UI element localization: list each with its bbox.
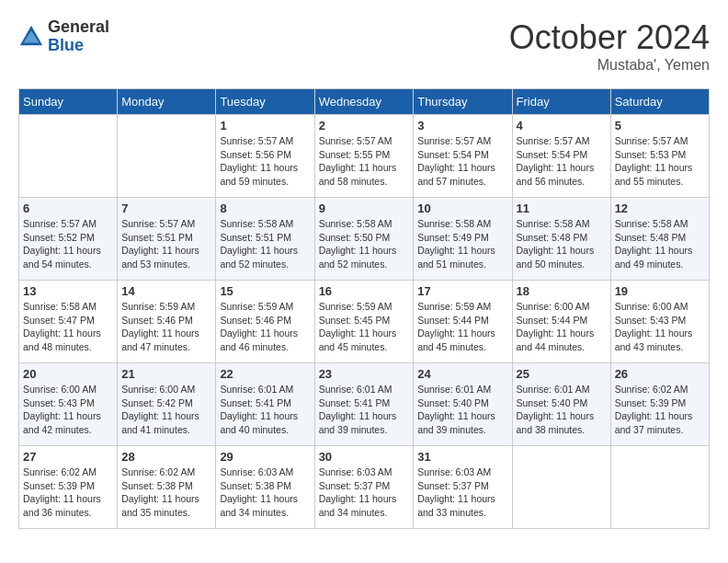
day-number: 16 — [319, 284, 410, 298]
calendar-cell: 11Sunrise: 5:58 AMSunset: 5:48 PMDayligh… — [512, 198, 610, 281]
day-number: 29 — [220, 450, 310, 464]
calendar-cell: 29Sunrise: 6:03 AMSunset: 5:38 PMDayligh… — [216, 446, 314, 529]
calendar-cell: 12Sunrise: 5:58 AMSunset: 5:48 PMDayligh… — [610, 198, 709, 281]
day-info: Sunrise: 5:59 AMSunset: 5:46 PMDaylight:… — [220, 300, 310, 354]
day-info: Sunrise: 6:01 AMSunset: 5:40 PMDaylight:… — [417, 383, 507, 437]
day-info: Sunrise: 6:01 AMSunset: 5:40 PMDaylight:… — [517, 383, 607, 437]
day-number: 11 — [517, 201, 607, 215]
day-number: 4 — [517, 119, 607, 132]
day-number: 17 — [417, 284, 507, 298]
calendar-cell: 5Sunrise: 5:57 AMSunset: 5:53 PMDaylight… — [610, 115, 709, 198]
day-info: Sunrise: 6:02 AMSunset: 5:38 PMDaylight:… — [121, 465, 211, 520]
day-number: 15 — [220, 284, 310, 298]
day-info: Sunrise: 5:57 AMSunset: 5:51 PMDaylight:… — [121, 217, 211, 271]
day-number: 25 — [517, 367, 607, 381]
day-info: Sunrise: 5:58 AMSunset: 5:50 PMDaylight:… — [319, 217, 410, 271]
day-number: 20 — [23, 367, 113, 381]
day-number: 14 — [121, 284, 211, 298]
day-info: Sunrise: 5:57 AMSunset: 5:53 PMDaylight:… — [615, 134, 705, 189]
day-info: Sunrise: 6:01 AMSunset: 5:41 PMDaylight:… — [319, 383, 410, 437]
calendar-cell — [512, 446, 610, 529]
calendar-week-row: 1Sunrise: 5:57 AMSunset: 5:56 PMDaylight… — [19, 115, 710, 198]
title-section: October 2024 Mustaba', Yemen — [509, 18, 710, 74]
month-title: October 2024 — [509, 18, 710, 57]
calendar-cell — [118, 115, 216, 198]
day-number: 8 — [220, 201, 310, 215]
day-info: Sunrise: 6:01 AMSunset: 5:41 PMDaylight:… — [220, 383, 310, 437]
calendar-cell: 9Sunrise: 5:58 AMSunset: 5:50 PMDaylight… — [314, 198, 414, 281]
calendar-cell: 31Sunrise: 6:03 AMSunset: 5:37 PMDayligh… — [414, 446, 512, 529]
day-header: Thursday — [414, 89, 512, 115]
day-number: 30 — [319, 450, 410, 464]
calendar-header: SundayMondayTuesdayWednesdayThursdayFrid… — [19, 89, 710, 115]
calendar-cell: 8Sunrise: 5:58 AMSunset: 5:51 PMDaylight… — [216, 198, 314, 281]
day-number: 26 — [615, 367, 705, 381]
day-number: 22 — [220, 367, 310, 381]
day-info: Sunrise: 6:03 AMSunset: 5:38 PMDaylight:… — [220, 465, 310, 520]
day-number: 12 — [615, 201, 705, 215]
logo-blue: Blue — [48, 37, 109, 55]
calendar-cell: 18Sunrise: 6:00 AMSunset: 5:44 PMDayligh… — [512, 281, 610, 363]
calendar-cell: 21Sunrise: 6:00 AMSunset: 5:42 PMDayligh… — [118, 363, 216, 446]
calendar-cell: 6Sunrise: 5:57 AMSunset: 5:52 PMDaylight… — [19, 198, 118, 281]
calendar-cell: 30Sunrise: 6:03 AMSunset: 5:37 PMDayligh… — [314, 446, 414, 529]
day-info: Sunrise: 5:57 AMSunset: 5:52 PMDaylight:… — [23, 217, 113, 271]
day-info: Sunrise: 5:57 AMSunset: 5:54 PMDaylight:… — [417, 134, 507, 189]
calendar-cell — [610, 446, 709, 529]
calendar-cell: 7Sunrise: 5:57 AMSunset: 5:51 PMDaylight… — [118, 198, 216, 281]
calendar-cell: 15Sunrise: 5:59 AMSunset: 5:46 PMDayligh… — [216, 281, 314, 363]
day-info: Sunrise: 6:00 AMSunset: 5:43 PMDaylight:… — [615, 300, 705, 354]
logo-text: General Blue — [48, 18, 109, 55]
calendar-cell: 1Sunrise: 5:57 AMSunset: 5:56 PMDaylight… — [216, 115, 314, 198]
calendar-cell: 28Sunrise: 6:02 AMSunset: 5:38 PMDayligh… — [118, 446, 216, 529]
day-info: Sunrise: 5:59 AMSunset: 5:46 PMDaylight:… — [121, 300, 211, 354]
day-info: Sunrise: 5:57 AMSunset: 5:54 PMDaylight:… — [517, 134, 607, 189]
day-number: 19 — [615, 284, 705, 298]
day-info: Sunrise: 6:02 AMSunset: 5:39 PMDaylight:… — [615, 383, 705, 437]
calendar-cell: 27Sunrise: 6:02 AMSunset: 5:39 PMDayligh… — [19, 446, 118, 529]
day-header: Wednesday — [314, 89, 414, 115]
day-info: Sunrise: 6:03 AMSunset: 5:37 PMDaylight:… — [417, 465, 507, 520]
logo-general: General — [48, 18, 109, 37]
calendar-cell: 13Sunrise: 5:58 AMSunset: 5:47 PMDayligh… — [19, 281, 118, 363]
day-number: 1 — [220, 119, 310, 132]
day-info: Sunrise: 6:03 AMSunset: 5:37 PMDaylight:… — [319, 465, 410, 520]
day-number: 23 — [319, 367, 410, 381]
day-info: Sunrise: 5:59 AMSunset: 5:45 PMDaylight:… — [319, 300, 410, 354]
day-number: 28 — [121, 450, 211, 464]
day-number: 21 — [121, 367, 211, 381]
calendar-cell: 23Sunrise: 6:01 AMSunset: 5:41 PMDayligh… — [314, 363, 414, 446]
day-info: Sunrise: 5:58 AMSunset: 5:49 PMDaylight:… — [417, 217, 507, 271]
day-info: Sunrise: 6:00 AMSunset: 5:44 PMDaylight:… — [517, 300, 607, 354]
day-info: Sunrise: 6:02 AMSunset: 5:39 PMDaylight:… — [23, 465, 113, 520]
calendar-cell: 25Sunrise: 6:01 AMSunset: 5:40 PMDayligh… — [512, 363, 610, 446]
day-info: Sunrise: 5:58 AMSunset: 5:47 PMDaylight:… — [23, 300, 113, 354]
day-info: Sunrise: 6:00 AMSunset: 5:43 PMDaylight:… — [23, 383, 113, 437]
calendar-cell: 3Sunrise: 5:57 AMSunset: 5:54 PMDaylight… — [414, 115, 512, 198]
calendar-week-row: 20Sunrise: 6:00 AMSunset: 5:43 PMDayligh… — [19, 363, 710, 446]
day-number: 2 — [319, 119, 410, 132]
day-number: 6 — [23, 201, 113, 215]
day-header: Monday — [118, 89, 216, 115]
calendar-cell: 22Sunrise: 6:01 AMSunset: 5:41 PMDayligh… — [216, 363, 314, 446]
day-info: Sunrise: 5:58 AMSunset: 5:51 PMDaylight:… — [220, 217, 310, 271]
day-number: 24 — [417, 367, 507, 381]
calendar-cell: 24Sunrise: 6:01 AMSunset: 5:40 PMDayligh… — [414, 363, 512, 446]
calendar-cell — [19, 115, 118, 198]
calendar-cell: 19Sunrise: 6:00 AMSunset: 5:43 PMDayligh… — [610, 281, 709, 363]
calendar-week-row: 27Sunrise: 6:02 AMSunset: 5:39 PMDayligh… — [19, 446, 710, 529]
location-subtitle: Mustaba', Yemen — [509, 57, 710, 74]
day-header: Saturday — [610, 89, 709, 115]
day-info: Sunrise: 6:00 AMSunset: 5:42 PMDaylight:… — [121, 383, 211, 437]
calendar-cell: 20Sunrise: 6:00 AMSunset: 5:43 PMDayligh… — [19, 363, 118, 446]
day-info: Sunrise: 5:58 AMSunset: 5:48 PMDaylight:… — [517, 217, 607, 271]
day-header: Sunday — [19, 89, 118, 115]
day-info: Sunrise: 5:59 AMSunset: 5:44 PMDaylight:… — [417, 300, 507, 354]
calendar-cell: 16Sunrise: 5:59 AMSunset: 5:45 PMDayligh… — [314, 281, 414, 363]
day-number: 7 — [121, 201, 211, 215]
calendar-table: SundayMondayTuesdayWednesdayThursdayFrid… — [18, 88, 710, 529]
calendar-cell: 4Sunrise: 5:57 AMSunset: 5:54 PMDaylight… — [512, 115, 610, 198]
header-row: SundayMondayTuesdayWednesdayThursdayFrid… — [19, 89, 710, 115]
day-number: 27 — [23, 450, 113, 464]
calendar-body: 1Sunrise: 5:57 AMSunset: 5:56 PMDaylight… — [19, 115, 710, 529]
